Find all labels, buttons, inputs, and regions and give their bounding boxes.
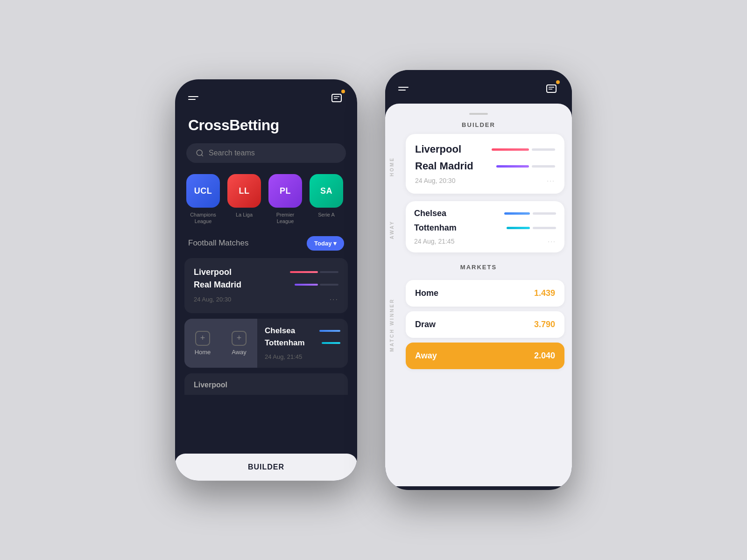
right-bar-empty-1	[532, 148, 555, 151]
svg-line-4	[201, 154, 203, 156]
realmadrid-bar	[295, 284, 338, 286]
match-teams-1: Liverpool Real Madrid	[194, 267, 338, 290]
markets-title: MARKETS	[393, 264, 564, 271]
liverpool-bar	[290, 271, 338, 273]
chelsea-bar	[319, 330, 340, 332]
team-realmadrid: Real Madrid	[194, 280, 241, 290]
away-content: Chelsea Tottenham	[398, 201, 572, 258]
home-section: HOME Liverpool Real Madrid	[385, 134, 572, 199]
right-tottenham-bar	[507, 227, 556, 229]
ll-name: La Liga	[236, 211, 253, 218]
hamburger-icon[interactable]	[188, 96, 198, 100]
svg-rect-0	[332, 94, 341, 102]
right-bar-purple	[496, 165, 529, 168]
search-bar[interactable]: Search teams	[186, 143, 346, 163]
team-liverpool-preview: Liverpool	[194, 381, 227, 389]
match-teams-2: Chelsea Tottenham	[265, 326, 340, 348]
team-liverpool: Liverpool	[194, 267, 232, 277]
league-pl[interactable]: PL PremierLeague	[268, 174, 302, 225]
bottom-bar[interactable]: BUILDER	[175, 454, 357, 481]
right-team-tottenham: Tottenham	[414, 223, 457, 233]
right-chelsea-bar	[504, 212, 556, 215]
home-content: Liverpool Real Madrid	[398, 134, 572, 199]
market-home[interactable]: Home 1.439	[406, 280, 564, 307]
more-options-1[interactable]: ···	[330, 295, 338, 304]
pl-name: PremierLeague	[276, 211, 295, 225]
match-winner-content: Home 1.439 Draw 3.790 Away 2.040	[398, 276, 572, 374]
right-more-options-1[interactable]: ···	[547, 177, 555, 184]
bar-red	[290, 271, 318, 273]
bar-purple	[295, 284, 318, 286]
right-bar-empty-3	[533, 212, 556, 215]
phones-container: CrossBetting Search teams UCL ChampionsL…	[175, 70, 572, 490]
market-draw-label: Draw	[415, 320, 436, 329]
match-row-liverpool: Liverpool	[194, 267, 338, 277]
match-winner-label: MATCH WINNER	[389, 298, 395, 352]
right-more-options-2[interactable]: ···	[548, 238, 556, 245]
notification-dot	[341, 90, 345, 93]
right-match-card-1: Liverpool Real Madrid	[406, 134, 564, 194]
builder-section-header: BUILDER	[385, 104, 572, 134]
match-card-2: + Home + Away Chelsea	[184, 319, 348, 368]
home-btn-label: Home	[195, 349, 211, 356]
match-card-2-content: Chelsea Tottenham 24 Aug, 21:45	[257, 319, 348, 368]
right-bar-red	[492, 148, 529, 151]
match-row-chelsea: Chelsea	[265, 326, 340, 336]
market-home-label: Home	[415, 288, 438, 298]
search-placeholder: Search teams	[209, 149, 255, 157]
right-match-date-1: 24 Aug, 20:30 ···	[415, 177, 555, 184]
right-hamburger-icon[interactable]	[398, 87, 409, 91]
team-tottenham: Tottenham	[265, 338, 305, 348]
match-date-1: 24 Aug, 20:30 ···	[194, 295, 338, 304]
away-swipe-btn[interactable]: + Away	[221, 319, 257, 368]
tottenham-bar	[322, 342, 340, 344]
home-label-col: HOME	[385, 134, 398, 199]
home-section-label: HOME	[389, 157, 395, 176]
right-ticket-icon[interactable]	[544, 81, 559, 96]
builder-label: BUILDER	[248, 463, 284, 471]
right-header	[385, 70, 572, 104]
home-plus-icon: +	[195, 331, 210, 346]
svg-point-3	[197, 150, 202, 155]
right-match-date-2: 24 Aug, 21:45 ···	[414, 238, 556, 245]
bar-blue	[319, 330, 340, 332]
league-sa[interactable]: SA Serie A	[310, 174, 343, 225]
svg-rect-5	[547, 85, 556, 92]
ucl-badge: UCL	[186, 174, 220, 208]
league-ll[interactable]: LL La Liga	[227, 174, 261, 225]
away-btn-label: Away	[232, 349, 247, 356]
today-button[interactable]: Today ▾	[307, 236, 344, 251]
market-draw-odds: 3.790	[534, 320, 555, 329]
markets-items: Home 1.439 Draw 3.790 Away 2.040	[398, 276, 572, 369]
football-matches-header: Football Matches Today ▾	[175, 225, 357, 258]
phone-left: CrossBetting Search teams UCL ChampionsL…	[175, 79, 357, 481]
right-realmadrid-bar	[496, 165, 555, 168]
right-match-card-2: Chelsea Tottenham	[406, 201, 564, 252]
team-chelsea: Chelsea	[265, 326, 295, 336]
match-row-realmadrid: Real Madrid	[194, 280, 338, 290]
right-liverpool-bar	[492, 148, 555, 151]
right-match-row-liverpool: Liverpool	[415, 143, 555, 155]
right-match-row-tottenham: Tottenham	[414, 223, 556, 233]
market-away[interactable]: Away 2.040	[406, 343, 564, 369]
right-match-row-chelsea: Chelsea	[414, 209, 556, 218]
right-team-liverpool: Liverpool	[415, 143, 461, 155]
away-label-col: AWAY	[385, 201, 398, 258]
liverpool-preview: Liverpool	[184, 373, 348, 395]
match-card-1: Liverpool Real Madrid 24 Aug, 20:30 ·	[184, 258, 348, 313]
leagues-section: UCL ChampionsLeague LL La Liga PL Premie…	[175, 174, 357, 225]
right-bar-empty-2	[532, 165, 555, 168]
markets-section: MARKETS	[385, 260, 572, 271]
market-draw[interactable]: Draw 3.790	[406, 311, 564, 338]
home-swipe-btn[interactable]: + Home	[184, 319, 221, 368]
league-ucl[interactable]: UCL ChampionsLeague	[186, 174, 220, 225]
match-winner-label-col: MATCH WINNER	[385, 276, 398, 374]
bar-cyan	[322, 342, 340, 344]
match-winner-section: MATCH WINNER Home 1.439 Draw 3.790	[385, 276, 572, 374]
market-away-label: Away	[415, 351, 437, 361]
drag-handle	[469, 113, 488, 115]
ticket-icon[interactable]	[329, 91, 344, 105]
pl-badge: PL	[268, 174, 302, 208]
market-away-odds: 2.040	[534, 351, 555, 361]
bar-empty-2	[320, 284, 338, 286]
